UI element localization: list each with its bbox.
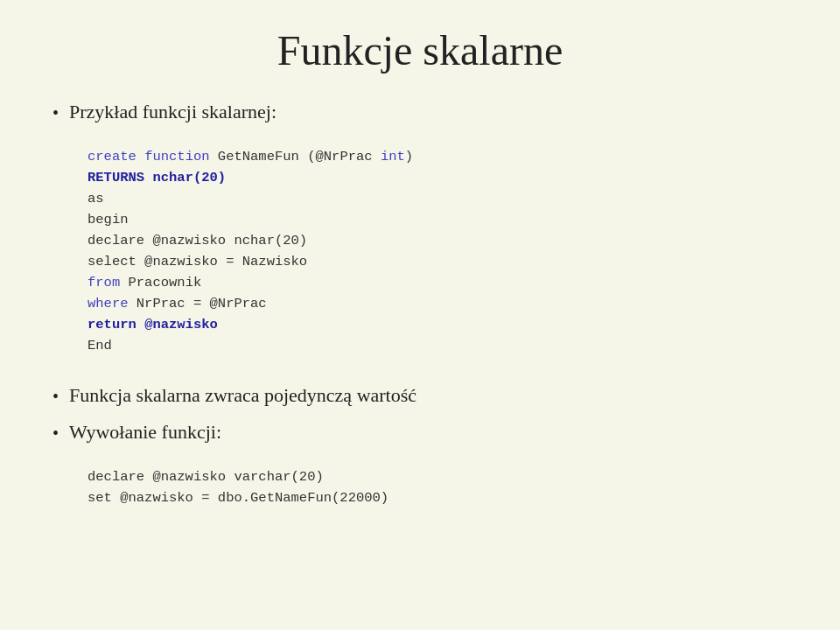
code-line-b1: declare @nazwisko varchar(20) (88, 466, 788, 487)
bullet-text-2: Funkcja skalarna zwraca pojedynczą warto… (69, 384, 416, 407)
bullet-dot-3: • (52, 424, 59, 444)
code-line-4: begin (88, 209, 788, 230)
code-line-b2: set @nazwisko = dbo.GetNameFun(22000) (88, 487, 788, 508)
code-block-2: declare @nazwisko varchar(20) set @nazwi… (88, 466, 788, 508)
bullet-text-3: Wywołanie funkcji: (69, 421, 221, 444)
bullet-item-3: • Wywołanie funkcji: (52, 421, 788, 444)
slide-page: Funkcje skalarne • Przykład funkcji skal… (0, 0, 840, 630)
code-line-10: End (88, 335, 788, 356)
code-line-7: from Pracownik (88, 272, 788, 293)
code-line-1: create function GetNameFun (@NrPrac int) (88, 146, 788, 167)
code-line-3: as (88, 188, 788, 209)
slide-title: Funkcje skalarne (52, 26, 788, 74)
code-block-1: create function GetNameFun (@NrPrac int)… (88, 146, 788, 356)
code-line-8: where NrPrac = @NrPrac (88, 293, 788, 314)
bullet-item-2: • Funkcja skalarna zwraca pojedynczą war… (52, 384, 788, 407)
bullet-dot-2: • (52, 387, 59, 407)
code-line-6: select @nazwisko = Nazwisko (88, 251, 788, 272)
bullet-text-1: Przykład funkcji skalarnej: (69, 101, 276, 123)
code-line-5: declare @nazwisko nchar(20) (88, 230, 788, 251)
bullet-item-1: • Przykład funkcji skalarnej: (52, 101, 788, 123)
bullet-dot-1: • (52, 103, 59, 123)
code-line-9: return @nazwisko (88, 314, 788, 335)
slide-content: • Przykład funkcji skalarnej: create fun… (52, 101, 788, 517)
code-line-2: RETURNS nchar(20) (88, 167, 788, 188)
